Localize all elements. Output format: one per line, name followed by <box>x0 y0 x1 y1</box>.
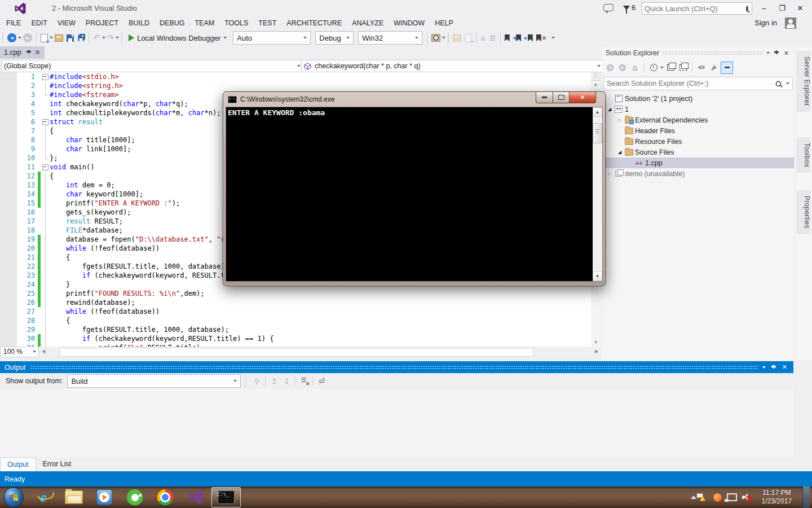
se-forward-button[interactable]: ▸ <box>617 62 628 73</box>
expander-icon[interactable]: ▷ <box>616 117 624 122</box>
tab-1cpp[interactable]: 1.cpp ✕ <box>0 46 45 59</box>
indicator-margin[interactable] <box>0 235 17 244</box>
volume-muted-icon[interactable] <box>742 493 751 501</box>
indicator-margin[interactable] <box>0 217 17 226</box>
output-menu-icon[interactable] <box>762 366 766 369</box>
clear-bookmarks-button[interactable]: ✕ <box>535 31 548 45</box>
indicator-margin[interactable] <box>0 135 17 144</box>
taskbar-visual-studio[interactable] <box>181 487 210 507</box>
menu-tools[interactable]: TOOLS <box>219 17 253 29</box>
side-tab-properties[interactable]: Properties <box>796 190 811 234</box>
previous-bookmark-button[interactable]: ◂ <box>511 31 523 45</box>
menu-team[interactable]: TEAM <box>189 17 219 29</box>
expander-icon[interactable]: ◢ <box>606 107 614 112</box>
scroll-down-arrow[interactable]: ▼ <box>591 338 601 347</box>
next-message-button[interactable]: ↧ <box>280 375 293 387</box>
se-properties-button[interactable] <box>708 62 720 73</box>
indicator-margin[interactable] <box>0 226 17 235</box>
panel-tab-error-list[interactable]: Error List <box>36 457 78 471</box>
panel-tab-output[interactable]: Output <box>0 457 36 471</box>
quick-launch-input[interactable] <box>642 5 746 13</box>
tab-close-icon[interactable]: ✕ <box>35 50 41 55</box>
word-wrap-button[interactable]: ⏎ <box>315 375 328 387</box>
editor-horizontal-scrollbar[interactable] <box>48 347 592 357</box>
increase-indent-button[interactable]: ≣ <box>487 31 498 45</box>
navigate-forward-button[interactable]: ▸ <box>21 31 34 45</box>
redo-button[interactable]: ↷ <box>105 31 116 45</box>
indicator-margin[interactable] <box>0 199 17 208</box>
code-line-25[interactable]: 25 printf("FOUND RESULTS: %i\n",dem); <box>0 289 591 298</box>
tree-item-demo-unavailable-[interactable]: ▷demo (unavailable) <box>602 168 794 179</box>
indicator-margin[interactable] <box>0 244 17 253</box>
code-line-29[interactable]: 29 fgets(RESULT.title, 1000, database); <box>0 325 591 334</box>
tree-item-1[interactable]: ◢++1 <box>602 104 794 115</box>
fold-toggle-icon[interactable] <box>42 164 48 170</box>
output-source-combo[interactable]: Build <box>67 374 241 388</box>
cmd-maximize-button[interactable] <box>553 92 569 103</box>
output-pin-icon[interactable] <box>770 365 776 370</box>
hscroll-left-arrow[interactable]: ◀ <box>39 347 48 357</box>
antivirus-tray-icon[interactable] <box>713 493 722 502</box>
previous-message-button[interactable]: ↥ <box>268 375 280 387</box>
cmd-minimize-button[interactable] <box>536 92 553 103</box>
pin-icon[interactable] <box>25 50 31 55</box>
panel-pin-icon[interactable] <box>773 50 779 56</box>
se-collapse-all-button[interactable] <box>677 62 689 73</box>
configuration-combo[interactable]: Debug <box>315 31 354 45</box>
cmd-window[interactable]: C:\ C:\Windows\system32\cmd.exe ✕ ENTER … <box>223 91 606 286</box>
menu-build[interactable]: BUILD <box>123 17 155 29</box>
indicator-margin[interactable] <box>0 99 17 108</box>
network-tray-icon[interactable] <box>727 493 737 501</box>
expander-icon[interactable]: ▷ <box>606 171 614 176</box>
taskbar-clock[interactable]: 11:17 PM 1/23/2017 <box>756 489 797 506</box>
hscroll-thumb[interactable] <box>59 348 534 357</box>
menu-test[interactable]: TEST <box>253 17 281 29</box>
navigate-back-button[interactable]: ◂ <box>6 31 18 45</box>
indicator-margin[interactable] <box>0 154 17 163</box>
undo-button[interactable]: ↶ <box>91 31 102 45</box>
menu-analyze[interactable]: ANALYZE <box>347 17 389 29</box>
start-button[interactable] <box>3 487 24 507</box>
solution-explorer-search-box[interactable] <box>603 77 793 90</box>
decrease-indent-button[interactable]: ≡ <box>479 31 487 45</box>
se-home-button[interactable]: ⌂ <box>629 62 641 73</box>
se-back-button[interactable]: ◂ <box>604 62 616 73</box>
add-item-button[interactable] <box>53 31 65 45</box>
code-line-30[interactable]: 30 if (checkakeyword(keyword,RESULT.titl… <box>0 334 591 343</box>
menu-debug[interactable]: DEBUG <box>155 17 189 29</box>
indicator-margin[interactable] <box>0 190 17 199</box>
indicator-margin[interactable] <box>0 126 17 135</box>
cmd-scroll-down[interactable]: ▼ <box>593 271 602 281</box>
sign-in-link[interactable]: Sign in <box>754 17 777 29</box>
find-message-button[interactable]: ⚲ <box>250 375 263 387</box>
next-bookmark-button[interactable]: ▸ <box>523 31 535 45</box>
new-file-button[interactable] <box>39 31 50 45</box>
code-line-27[interactable]: 27 while (!feof(database)) <box>0 307 591 316</box>
indicator-margin[interactable] <box>0 108 17 117</box>
menu-view[interactable]: VIEW <box>52 17 81 29</box>
indicator-margin[interactable] <box>0 144 17 154</box>
indicator-margin[interactable] <box>0 172 17 181</box>
taskbar-media-player[interactable] <box>90 487 119 507</box>
member-dropdown[interactable]: checkakeyword(char * p, char * q) <box>301 60 604 72</box>
fold-toggle-icon[interactable] <box>42 74 48 80</box>
indicator-margin[interactable] <box>0 208 17 217</box>
indicator-margin[interactable] <box>0 81 17 90</box>
toggle-bookmark-button[interactable] <box>503 31 511 45</box>
fold-toggle-icon[interactable] <box>42 119 48 125</box>
output-content[interactable] <box>0 389 793 457</box>
indicator-margin[interactable] <box>0 253 17 262</box>
close-button[interactable]: ✕ <box>793 3 807 14</box>
indicator-margin[interactable] <box>0 289 17 298</box>
cmd-close-button[interactable]: ✕ <box>569 92 596 103</box>
indicator-margin[interactable] <box>0 334 17 343</box>
taskbar-cmd-active[interactable]: C:\_ <box>211 487 241 507</box>
menu-window[interactable]: WINDOW <box>389 17 430 29</box>
indicator-margin[interactable] <box>0 163 17 172</box>
menu-project[interactable]: PROJECT <box>81 17 123 29</box>
se-filter-dropdown[interactable] <box>660 67 664 69</box>
save-all-button[interactable] <box>76 31 86 45</box>
menu-architecture[interactable]: ARCHITECTURE <box>281 17 347 29</box>
se-search-dropdown[interactable] <box>786 82 789 85</box>
notifications-button[interactable]: 6 <box>623 3 636 12</box>
